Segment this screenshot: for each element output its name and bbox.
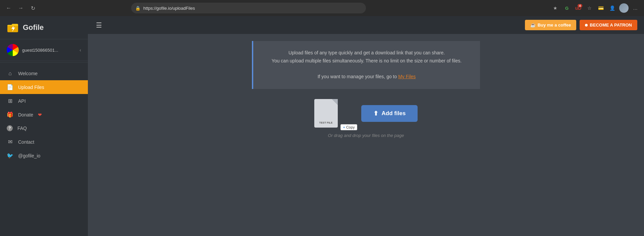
forward-button[interactable]: →	[16, 3, 25, 13]
become-patron-label: BECOME A PATRON	[590, 22, 632, 28]
badge-count: 4	[578, 4, 582, 7]
menu-button[interactable]: …	[631, 3, 640, 13]
file-fold	[332, 99, 338, 105]
heart-icon: ❤	[38, 112, 42, 117]
upload-area: TEST FILE + Copy ⬆ Add files Or drag and…	[314, 99, 418, 138]
topbar-actions: ☕ Buy me a coffee BECOME A PATRON	[525, 20, 637, 30]
avatar[interactable]	[619, 3, 629, 13]
sidebar-item-label-twitter: @gofile_io	[18, 153, 40, 158]
grammarly-button[interactable]: G	[562, 3, 572, 13]
twitter-icon: 🐦	[7, 152, 13, 159]
main-wrapper: ☰ ☕ Buy me a coffee BECOME A PATRON Uplo…	[88, 16, 644, 236]
sidebar-item-donate[interactable]: 🎁 Donate ❤	[0, 108, 88, 122]
info-box: Upload files of any type quickly and get…	[252, 41, 480, 89]
sidebar-item-twitter[interactable]: 🐦 @gofile_io	[0, 149, 88, 162]
wallet-button[interactable]: 💳	[596, 3, 606, 13]
add-files-button[interactable]: ⬆ Add files	[361, 105, 418, 122]
lock-icon: 🔒	[135, 6, 141, 11]
drag-hint: Or drag and drop your files on the page	[328, 133, 404, 138]
sidebar-item-label-welcome: Welcome	[18, 71, 38, 76]
home-icon: ⌂	[7, 70, 13, 77]
file-icon-area: TEST FILE + Copy	[314, 99, 348, 128]
add-files-label: Add files	[382, 110, 406, 117]
info-line2: You can upload multiple files simultaneo…	[264, 57, 469, 65]
my-files-link[interactable]: My Files	[398, 74, 416, 79]
sidebar-item-api[interactable]: ⊞ API	[0, 94, 88, 108]
star-button[interactable]: ★	[551, 3, 560, 13]
sidebar-item-faq[interactable]: ? FAQ	[0, 122, 88, 135]
sidebar-item-label-faq: FAQ	[17, 126, 27, 131]
copy-badge: + Copy	[340, 124, 357, 130]
info-line1: Upload files of any type quickly and get…	[264, 49, 469, 57]
user-avatar	[7, 44, 19, 56]
sidebar-item-label-upload: Upload Files	[18, 85, 44, 90]
become-patron-button[interactable]: BECOME A PATRON	[580, 20, 637, 30]
sidebar-divider	[0, 62, 88, 63]
sidebar-user: guest150866501... ‹	[0, 39, 88, 61]
sidebar-item-contact[interactable]: ✉ Contact	[0, 135, 88, 149]
main-content: Upload files of any type quickly and get…	[88, 34, 644, 236]
url-text: https://gofile.io/uploadFiles	[143, 6, 195, 11]
gift-icon: 🎁	[7, 111, 13, 118]
favorites-button[interactable]: ☆	[585, 3, 594, 13]
sidebar-item-label-contact: Contact	[18, 139, 34, 145]
browser-actions: ★ G uD 4 ☆ 💳 👤 …	[551, 3, 640, 13]
buy-coffee-button[interactable]: ☕ Buy me a coffee	[525, 20, 577, 30]
topbar: ☰ ☕ Buy me a coffee BECOME A PATRON	[88, 16, 644, 34]
hamburger-button[interactable]: ☰	[95, 20, 103, 31]
back-button[interactable]: ←	[4, 3, 13, 13]
upload-icon: 📄	[7, 84, 13, 90]
sidebar-logo: Gofile	[0, 16, 88, 39]
file-icon: TEST FILE	[314, 99, 338, 128]
address-bar: 🔒 https://gofile.io/uploadFiles	[131, 3, 366, 13]
sidebar-nav: ⌂ Welcome 📄 Upload Files ⊞ API 🎁 Donate …	[0, 64, 88, 236]
info-line3: If you want to manage your files, go to …	[264, 73, 469, 81]
profiles-button[interactable]: 👤	[608, 3, 617, 13]
user-collapse-button[interactable]: ‹	[79, 47, 81, 53]
reload-button[interactable]: ↻	[28, 3, 38, 13]
info-line3-prefix: If you want to manage your files, go to	[318, 74, 398, 79]
sidebar-item-label-donate: Donate	[18, 112, 33, 117]
user-name: guest150866501...	[22, 48, 76, 53]
upload-row: TEST FILE + Copy ⬆ Add files	[314, 99, 418, 128]
api-icon: ⊞	[7, 98, 13, 104]
plus-icon: +	[343, 125, 345, 129]
extension-badge-button[interactable]: uD 4	[574, 3, 583, 13]
sidebar-item-label-api: API	[18, 98, 26, 104]
sidebar-item-upload-files[interactable]: 📄 Upload Files	[0, 80, 88, 94]
buy-coffee-label: Buy me a coffee	[538, 22, 571, 28]
copy-label: Copy	[346, 125, 355, 129]
app: Gofile guest150866501... ‹ ⌂ Welcome 📄 U…	[0, 16, 644, 236]
logo-icon	[7, 21, 19, 34]
browser-chrome: ← → ↻ 🔒 https://gofile.io/uploadFiles ★ …	[0, 0, 644, 16]
upload-arrow-icon: ⬆	[373, 110, 378, 117]
file-label: TEST FILE	[319, 121, 333, 124]
sidebar: Gofile guest150866501... ‹ ⌂ Welcome 📄 U…	[0, 16, 88, 236]
sidebar-item-welcome[interactable]: ⌂ Welcome	[0, 67, 88, 80]
coffee-icon: ☕	[530, 22, 536, 28]
mail-icon: ✉	[7, 139, 13, 145]
question-icon: ?	[7, 125, 13, 131]
logo-text: Gofile	[23, 23, 44, 32]
patreon-dot-icon	[585, 24, 588, 27]
